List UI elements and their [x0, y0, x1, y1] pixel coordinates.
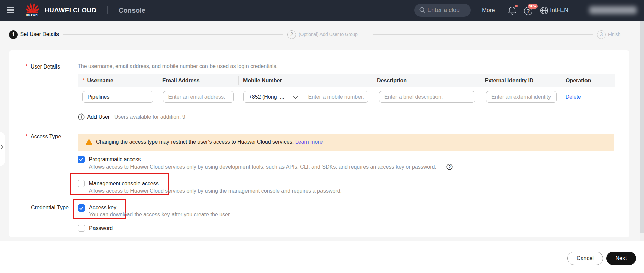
svg-text:?: ? [448, 165, 451, 169]
svg-text:?: ? [526, 8, 530, 14]
